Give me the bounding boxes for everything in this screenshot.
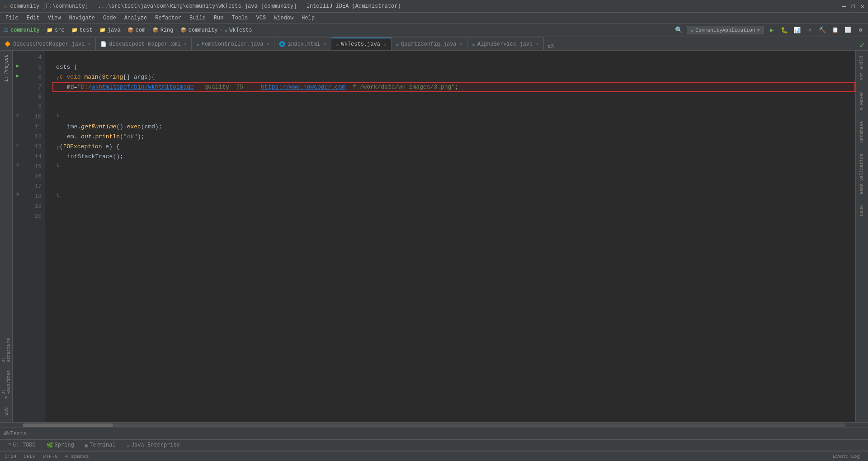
tab-quartzconfig[interactable]: ☕ QuartzConfig.java ✕ [392,38,468,50]
menu-navigate[interactable]: Navigate [65,14,99,22]
tab-label-html: index.html [288,41,320,47]
fold-icon-15[interactable]: ▽ [16,162,19,168]
status-position: 5:14 [5,454,16,459]
tab-close-discusspostmapper[interactable]: ✕ [88,41,91,47]
nav-com[interactable]: com [136,27,146,33]
code-line-16 [52,172,855,182]
sidebar-web-tab[interactable]: Web [1,402,12,420]
menu-tools[interactable]: Tools [228,14,252,22]
nav-sep6: › [175,27,178,33]
right-tab-ant-build[interactable]: Ant Build [858,52,866,84]
nav-test[interactable]: test [80,27,93,33]
menu-help[interactable]: Help [298,14,318,22]
nav-community[interactable]: community [10,27,40,33]
run-arrow-5[interactable]: ▶ [16,63,19,69]
tab-label-discusspostmapper: DiscussPostMapper.java [13,41,85,47]
sidebar-structure-tab[interactable]: 2: Structure [1,331,12,362]
nav-ring[interactable]: Ring [160,27,174,33]
run-arrow-6[interactable]: ▶ [16,73,19,79]
tab-discusspostmapper[interactable]: 🔶 DiscussPostMapper.java ✕ [0,38,96,50]
gutter-line-6[interactable]: ▶ [13,71,23,80]
nav-src[interactable]: src [55,27,65,33]
menu-refactor[interactable]: Refactor [151,14,185,22]
maximize-button[interactable]: ❐ [851,2,855,10]
title-text: community [F:\community] - ...\src\test\… [10,3,842,9]
nav-java-icon: 📁 [99,27,106,33]
tab-close-xml[interactable]: ✕ [184,41,187,47]
toolbar-icon1[interactable]: 📋 [830,25,840,35]
tab-index-html[interactable]: 🌐 index.html ✕ [274,38,331,50]
config-dropdown-icon[interactable]: ▼ [757,28,760,33]
bottom-tab-terminal[interactable]: ▣ Terminal [80,441,120,450]
tab-close-homecontroller[interactable]: ✕ [267,41,270,47]
nav-sep2: › [66,27,70,33]
menu-window[interactable]: Window [270,14,297,22]
bottom-tab-todo[interactable]: ≡ 6: TODO [4,441,40,449]
tab-bar: 🔶 DiscussPostMapper.java ✕ 📄 discusspost… [0,37,868,51]
debug-button[interactable]: 🐛 [779,25,789,35]
fold-icon-18[interactable]: ▽ [16,192,19,198]
scrollbar-track[interactable] [23,423,845,427]
menu-edit[interactable]: Edit [23,14,43,22]
menu-analyze[interactable]: Analyze [121,14,151,22]
bottom-tab-java-enterprise[interactable]: ☕ Java Enterprise [122,441,184,450]
menu-code[interactable]: Code [99,14,120,22]
tab-close-alphaservice[interactable]: ✕ [536,41,539,47]
status-event-log[interactable]: Event Log [833,454,860,459]
gutter-line-5[interactable]: ▶ [13,61,23,71]
tab-close-html[interactable]: ✕ [323,41,326,47]
gutter-line-13[interactable]: ▽ [13,140,23,150]
scrollbar-thumb[interactable] [23,423,113,427]
right-tab-csdn[interactable]: CSDN [858,202,866,220]
menu-build[interactable]: Build [186,14,209,22]
close-button[interactable]: ✕ [861,2,864,10]
code-line-6: ┌ c void main(String[] args){ [52,72,855,82]
menu-run[interactable]: Run [210,14,227,22]
status-encoding[interactable]: UTF-8 [43,454,58,459]
h-scrollbar[interactable] [0,422,868,428]
nav-community2[interactable]: community [189,27,218,33]
tab-wktests[interactable]: ☕ WkTests.java ✕ [331,38,392,50]
tab-alphaservice[interactable]: ☕ AlphaService.java ✕ [467,38,544,50]
code-line-12: em. out.println("ok"); [52,132,855,142]
search-icon[interactable]: 🔍 [674,25,684,35]
sidebar-favorites-tab[interactable]: ★2: Favorites [1,364,12,400]
tab-discusspostmapper-xml[interactable]: 📄 discusspost-mapper.xml ✕ [96,38,192,50]
run-config-dropdown[interactable]: ☕ CommunityApplication ▼ [687,26,764,34]
coverage-button[interactable]: 📊 [792,25,802,35]
menu-vcs[interactable]: VCS [253,14,270,22]
gutter-line-9 [13,100,23,110]
tab-more[interactable]: ≡3 [544,44,557,50]
bottom-tab-spring[interactable]: 🌿 Spring [42,441,79,450]
gutter-line-10[interactable]: ▽ [13,110,23,120]
settings-icon[interactable]: ⚙ [855,25,865,35]
window-controls: — ❐ ✕ [842,2,864,10]
nav-wktests[interactable]: WkTests [229,27,252,33]
minimize-button[interactable]: — [842,3,846,10]
code-content[interactable]: ests { ┌ c void main(String[] args){ md=… [45,51,855,422]
fold-icon-10[interactable]: ▽ [16,113,19,118]
gutter-line-18[interactable]: ▽ [13,190,23,200]
profile-button[interactable]: ⚡ [805,25,815,35]
fold-icon-13[interactable]: ▽ [16,142,19,148]
tab-label-homecontroller: HomeController.java [202,41,264,47]
tab-close-wktests[interactable]: ✕ [383,42,387,47]
right-tab-bean-validation[interactable]: Bean Validation [858,150,866,198]
nav-java[interactable]: java [108,27,121,33]
tab-icon-discusspostmapper: 🔶 [5,41,11,47]
build-button[interactable]: 🔨 [817,25,827,35]
right-tab-database[interactable]: Database [858,118,866,146]
tab-icon-html: 🌐 [279,41,285,47]
status-crlf[interactable]: CRLF [24,454,35,459]
right-tab-maven[interactable]: m Maven [858,88,866,114]
status-indent[interactable]: 4 spaces [65,454,89,459]
gutter-line-16 [13,170,23,180]
sidebar-project-tab[interactable]: 1: Project [1,52,12,84]
tab-close-quartzconfig[interactable]: ✕ [460,41,463,47]
menu-file[interactable]: File [2,14,22,22]
toolbar-icon2[interactable]: ⬜ [843,25,853,35]
run-button[interactable]: ▶ [767,25,777,35]
menu-view[interactable]: View [44,14,65,22]
gutter-line-15[interactable]: ▽ [13,160,23,170]
tab-homecontroller[interactable]: ☕ HomeController.java ✕ [192,38,274,50]
